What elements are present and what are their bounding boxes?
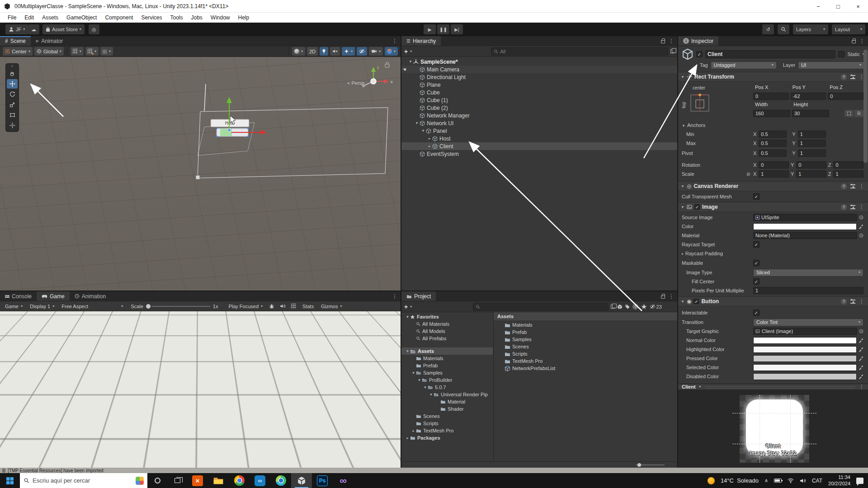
pick-hand-icon[interactable]: ☛ <box>402 67 406 72</box>
menu-gameobject[interactable]: GameObject <box>62 13 101 23</box>
taskbar-app-photoshop[interactable]: Ps <box>312 473 333 488</box>
close-button[interactable]: × <box>848 0 868 13</box>
eyedropper-icon[interactable] <box>859 365 863 370</box>
wifi-icon[interactable] <box>788 478 794 483</box>
favorite-filter-icon[interactable]: ★ <box>641 302 647 311</box>
image-type-dropdown[interactable]: Sliced▾ <box>753 269 863 277</box>
tree-item-textmesh-pro[interactable]: ▸TextMesh Pro <box>401 427 493 434</box>
hierarchy-item-panel[interactable]: ▼Panel <box>401 127 677 135</box>
image-color-swatch[interactable] <box>753 223 857 230</box>
audio-toggle-icon[interactable] <box>278 302 288 310</box>
kebab-menu-icon[interactable]: ⋮ <box>859 204 864 210</box>
object-picker-icon[interactable]: ⊙ <box>859 232 863 239</box>
menu-jobs[interactable]: Jobs <box>187 13 206 23</box>
battery-icon[interactable] <box>774 479 782 483</box>
warning-filter-icon[interactable]: ! <box>632 304 638 310</box>
pos-x-field[interactable]: 0 <box>753 93 789 100</box>
move-gizmo-center[interactable] <box>228 129 231 131</box>
scale-x-field[interactable]: 1 <box>759 170 789 178</box>
tree-item-urp-material[interactable]: Material <box>401 398 493 405</box>
gameobject-cube-icon[interactable] <box>682 48 693 60</box>
gizmos-dropdown[interactable]: Gizmos▾ <box>318 301 345 311</box>
pause-button[interactable]: ❚❚ <box>437 24 449 34</box>
2d-toggle[interactable]: 2D <box>307 47 318 56</box>
hierarchy-item-samplescene[interactable]: ▼SampleScene* <box>401 58 677 66</box>
create-caret[interactable]: ▾ <box>410 50 412 53</box>
tree-item-materials[interactable]: Materials <box>401 355 493 362</box>
hidden-icons-chevron[interactable]: ∧ <box>764 478 768 483</box>
tree-item-scenes[interactable]: Scenes <box>401 413 493 420</box>
asset-item-networkprefabslist[interactable]: NetworkPrefabsList <box>494 365 677 372</box>
presets-icon[interactable] <box>850 205 855 209</box>
tab-project[interactable]: Project <box>401 291 436 301</box>
maskable-checkbox[interactable]: ✓ <box>753 260 760 266</box>
search-highlights-icon[interactable] <box>136 477 144 485</box>
scale-tool[interactable] <box>7 100 18 109</box>
anchor-min-y-field[interactable]: 1 <box>798 131 826 138</box>
create-button[interactable]: + <box>404 48 408 55</box>
menu-file[interactable]: File <box>4 13 20 23</box>
taskbar-app-explorer[interactable] <box>208 473 229 488</box>
highlighted-color-swatch[interactable] <box>753 346 857 353</box>
plastic-scm-button[interactable]: ◎ <box>89 24 99 34</box>
help-icon[interactable]: ? <box>841 74 847 80</box>
transition-dropdown[interactable]: Color Tint▾ <box>753 319 863 326</box>
asset-item-samples[interactable]: Samples <box>494 336 677 343</box>
clock[interactable]: 11:3420/2/2024 <box>828 474 850 487</box>
play-button[interactable]: ▶ <box>424 24 436 34</box>
anchor-min-x-field[interactable]: 0.5 <box>759 131 787 138</box>
raw-edit-button[interactable]: R <box>854 110 863 117</box>
vsync-grid-icon[interactable] <box>288 302 298 310</box>
start-button[interactable] <box>0 473 20 488</box>
tree-item-all-materials[interactable]: All Materials <box>401 320 493 328</box>
menu-assets[interactable]: Assets <box>38 13 62 23</box>
create-button[interactable]: + <box>404 303 408 310</box>
button-enabled-checkbox[interactable]: ✓ <box>693 299 699 304</box>
eyedropper-icon[interactable] <box>859 347 863 352</box>
anchor-preset-widget[interactable]: center top <box>684 85 713 121</box>
scale-z-field[interactable]: 1 <box>833 170 863 178</box>
game-host-button[interactable]: Host <box>20 328 90 344</box>
camera-settings-dropdown[interactable]: ▾ <box>369 47 383 56</box>
lock-icon[interactable] <box>852 40 856 43</box>
grid-snapping-dropdown[interactable]: ▾ <box>85 47 99 56</box>
layout-dropdown[interactable]: Layout▾ <box>832 24 865 34</box>
layer-dropdown[interactable]: UI▾ <box>798 61 864 69</box>
hierarchy-item-main-camera[interactable]: ☛Main Camera <box>401 66 677 73</box>
selected-color-swatch[interactable] <box>753 364 857 371</box>
menu-services[interactable]: Services <box>137 13 166 23</box>
editor-status-bar[interactable]: [TMP Essential Resources] have been impo… <box>0 468 868 473</box>
kebab-menu-icon[interactable]: ⋮ <box>392 38 397 44</box>
eyedropper-icon[interactable] <box>859 356 863 361</box>
image-header[interactable]: ▼ ✓ Image ?⋮ <box>678 202 868 212</box>
kebab-menu-icon[interactable]: ⋮ <box>859 384 864 390</box>
object-picker-icon[interactable]: ⊙ <box>859 214 863 221</box>
tree-item-urp-shader[interactable]: Shader <box>401 405 493 413</box>
tree-item-packages[interactable]: ▸Packages <box>401 434 493 441</box>
presets-icon[interactable] <box>850 300 855 304</box>
rotation-y-field[interactable]: 0 <box>796 161 826 169</box>
account-button[interactable]: JF▾ <box>5 24 28 34</box>
lighting-toggle[interactable] <box>320 47 328 56</box>
preview-drag-handle[interactable] <box>705 386 855 389</box>
blueprint-mode-button[interactable] <box>844 110 854 117</box>
tree-item-urp[interactable]: ▼Universal Render Pip <box>401 391 493 398</box>
grid-visibility-dropdown[interactable]: ▾ <box>71 47 84 56</box>
hierarchy-item-cube-1[interactable]: Cube (1) <box>401 96 677 104</box>
menu-edit[interactable]: Edit <box>20 13 38 23</box>
tree-item-scripts[interactable]: Scripts <box>401 420 493 427</box>
tree-item-all-prefabs[interactable]: All Prefabs <box>401 335 493 342</box>
step-button[interactable]: ▶| <box>451 24 463 34</box>
taskbar-search-input[interactable]: Escriu aquí per cercar <box>20 473 147 488</box>
hidden-count-toggle[interactable]: 23 <box>650 304 662 310</box>
presets-icon[interactable] <box>850 75 855 79</box>
kebab-menu-icon[interactable]: ⋮ <box>669 293 674 300</box>
debug-bug-icon[interactable] <box>267 302 277 310</box>
cull-transparent-mesh-checkbox[interactable]: ✓ <box>753 193 760 200</box>
display-number-dropdown[interactable]: Display 1▾ <box>27 301 57 311</box>
tool-handle-pivot-dropdown[interactable]: Center▾ <box>3 47 33 56</box>
pos-y-field[interactable]: -62 <box>791 93 826 100</box>
gizmos-dropdown[interactable]: ▾ <box>385 47 398 56</box>
view-lock-icon[interactable] <box>385 62 389 68</box>
material-field[interactable]: None (Material) <box>753 232 857 239</box>
